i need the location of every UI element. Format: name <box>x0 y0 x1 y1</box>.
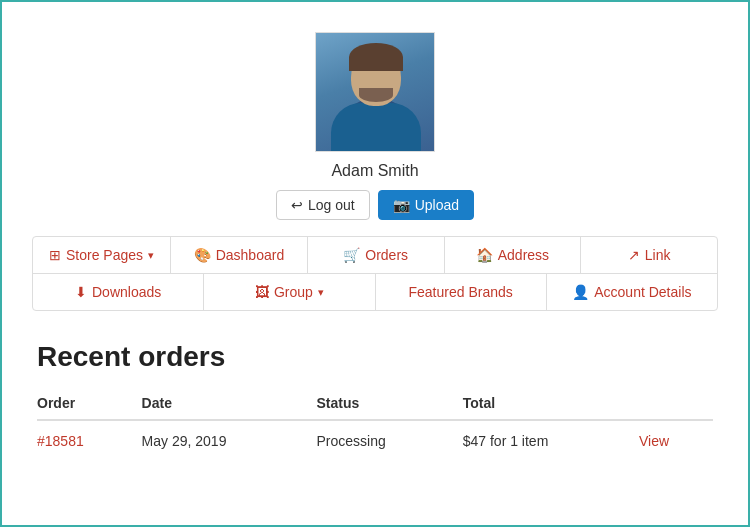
order-total: $47 for 1 item <box>463 420 639 461</box>
col-status: Status <box>317 389 463 420</box>
camera-icon: 📷 <box>393 197 410 213</box>
orders-section-title: Recent orders <box>37 341 713 373</box>
order-id[interactable]: #18581 <box>37 420 142 461</box>
nav-item-dashboard[interactable]: 🎨 Dashboard <box>171 237 308 273</box>
chevron-down-icon: ▾ <box>318 286 324 299</box>
nav-tabs: ⊞ Store Pages ▾ 🎨 Dashboard 🛒 Orders 🏠 A… <box>32 236 718 311</box>
user-icon: 👤 <box>572 284 589 300</box>
col-date: Date <box>142 389 317 420</box>
order-date: May 29, 2019 <box>142 420 317 461</box>
nav-item-store-pages[interactable]: ⊞ Store Pages ▾ <box>33 237 171 273</box>
address-icon: 🏠 <box>476 247 493 263</box>
nav-item-featured-brands[interactable]: Featured Brands <box>376 274 547 310</box>
avatar <box>316 33 435 152</box>
nav-item-address[interactable]: 🏠 Address <box>445 237 582 273</box>
table-header-row: Order Date Status Total <box>37 389 713 420</box>
nav-item-group[interactable]: 🖼 Group ▾ <box>204 274 375 310</box>
order-view-link[interactable]: View <box>639 420 713 461</box>
orders-icon: 🛒 <box>343 247 360 263</box>
chevron-down-icon: ▾ <box>148 249 154 262</box>
avatar-container <box>315 32 435 152</box>
user-name: Adam Smith <box>331 162 418 180</box>
nav-item-downloads[interactable]: ⬇ Downloads <box>33 274 204 310</box>
nav-row-2: ⬇ Downloads 🖼 Group ▾ Featured Brands 👤 … <box>33 274 717 310</box>
store-pages-icon: ⊞ <box>49 247 61 263</box>
col-total: Total <box>463 389 639 420</box>
nav-item-link[interactable]: ↗ Link <box>581 237 717 273</box>
table-row: #18581 May 29, 2019 Processing $47 for 1… <box>37 420 713 461</box>
order-status: Processing <box>317 420 463 461</box>
logout-button[interactable]: ↩ Log out <box>276 190 370 220</box>
page-wrapper: Adam Smith ↩ Log out 📷 Upload ⊞ Store Pa… <box>2 2 748 481</box>
orders-section: Recent orders Order Date Status Total #1… <box>32 341 718 461</box>
col-action <box>639 389 713 420</box>
downloads-icon: ⬇ <box>75 284 87 300</box>
nav-item-orders[interactable]: 🛒 Orders <box>308 237 445 273</box>
nav-item-account-details[interactable]: 👤 Account Details <box>547 274 717 310</box>
group-icon: 🖼 <box>255 284 269 300</box>
col-order: Order <box>37 389 142 420</box>
upload-button[interactable]: 📷 Upload <box>378 190 474 220</box>
profile-actions: ↩ Log out 📷 Upload <box>276 190 474 220</box>
orders-table: Order Date Status Total #18581 May 29, 2… <box>37 389 713 461</box>
dashboard-icon: 🎨 <box>194 247 211 263</box>
profile-section: Adam Smith ↩ Log out 📷 Upload <box>32 22 718 236</box>
logout-icon: ↩ <box>291 197 303 213</box>
link-icon: ↗ <box>628 247 640 263</box>
nav-row-1: ⊞ Store Pages ▾ 🎨 Dashboard 🛒 Orders 🏠 A… <box>33 237 717 274</box>
